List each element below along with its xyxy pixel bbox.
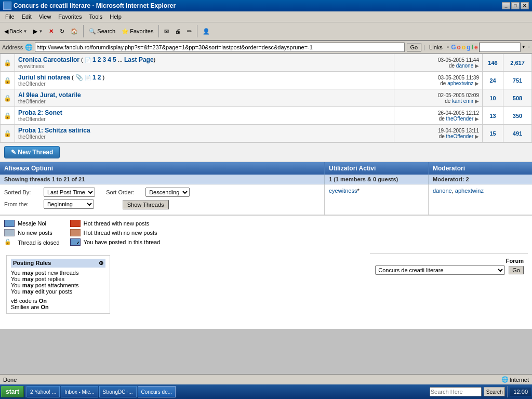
titlebar-buttons[interactable]: _ □ ✕	[502, 2, 529, 9]
legend-hot-no-new: Hot thread with no new posts	[70, 229, 161, 236]
thread-replies: 146	[483, 54, 503, 72]
moderator-aphextwinz-link[interactable]: aphextwinz	[455, 188, 484, 194]
mail-button[interactable]: ✉	[162, 27, 171, 36]
sep3	[197, 25, 197, 37]
thread-title-link[interactable]: Al 9lea Jurat, votarile	[18, 91, 81, 99]
stop-button[interactable]: ✕	[47, 27, 56, 36]
back-icon: ◀	[4, 28, 8, 35]
page-link[interactable]: 3	[102, 56, 106, 63]
bottom-left: Posting Rules ⊕ You may post new threads…	[0, 251, 366, 318]
page-link[interactable]: 4	[108, 56, 111, 63]
back-button[interactable]: ◀ Back ▼	[2, 27, 29, 36]
menu-view[interactable]: View	[36, 12, 55, 21]
favorites-button[interactable]: ⭐ Favorites	[119, 27, 155, 36]
legend-no-new: No new posts	[4, 229, 60, 236]
toolbar-resize: »	[528, 45, 530, 49]
thread-status-icon: 🔒	[1, 54, 15, 72]
hot-new-icon	[70, 220, 81, 227]
options-section: Afiseaza Optiuni Utilizatori Activi Mode…	[0, 162, 532, 215]
messenger-button[interactable]: 👤	[201, 27, 212, 36]
menu-help[interactable]: Help	[107, 12, 125, 21]
legend-closed: 🔒 Thread is closed	[4, 238, 60, 247]
thread-title-link[interactable]: Cronica Carcotasilor	[18, 56, 79, 63]
page-link[interactable]: 5	[113, 56, 116, 63]
active-users-link-wrap: eyewitness*	[329, 188, 360, 194]
forum-select[interactable]: Concurs de creatii literare	[375, 265, 505, 275]
options-subheader: Showing threads 1 to 21 of 21 1 (1 membe…	[0, 175, 532, 184]
table-row: 🔒Al 9lea Jurat, votariletheOffender02-05…	[1, 89, 532, 107]
page-link[interactable]: 2	[98, 56, 101, 63]
menu-tools[interactable]: Tools	[86, 12, 106, 21]
links-button[interactable]: Links	[427, 44, 445, 51]
thread-title-cell: Cronica Carcotasilor ( 📄 1 2 3 4 5 ... L…	[15, 54, 394, 72]
last-poster-link[interactable]: theOffender	[446, 134, 474, 139]
posted-icon: ✔	[70, 238, 81, 246]
address-icon: 🌐	[25, 44, 33, 51]
last-poster-link[interactable]: theOffender	[446, 116, 474, 122]
legend-posted-label: You have posted in this thread	[84, 239, 161, 245]
sorted-by-select[interactable]: Last Post TimeThread TitleThread Starter…	[44, 188, 95, 197]
forum-go-button[interactable]: Go	[509, 266, 524, 274]
sorted-by-row: Sorted By: Last Post TimeThread TitleThr…	[4, 188, 320, 197]
thread-status-icon: 🔒	[1, 89, 15, 107]
options-controls: Sorted By: Last Post TimeThread TitleThr…	[0, 184, 324, 215]
thread-views: 2,617	[503, 54, 532, 72]
legend-new-post-label: Mesaje Noi	[18, 220, 46, 227]
minimize-button[interactable]: _	[502, 2, 510, 9]
thread-title-link[interactable]: Proba 1: Schitza satirica	[18, 127, 90, 134]
page-link[interactable]: 2	[98, 74, 101, 81]
last-poster-link[interactable]: kant emir	[452, 98, 473, 104]
stats-title: Utilizatori Activi	[324, 162, 428, 175]
thread-views: 350	[503, 107, 532, 125]
legend-section: Mesaje Noi No new posts 🔒 Thread is clos…	[0, 215, 532, 251]
menu-favorites[interactable]: Favorites	[55, 12, 85, 21]
legend-no-new-label: No new posts	[18, 230, 52, 236]
legend-hot-no-new-label: Hot thread with no new posts	[84, 230, 157, 236]
legend-col2: Hot thread with new posts Hot thread wit…	[70, 220, 161, 247]
page-link[interactable]: 1	[92, 56, 96, 63]
last-page-link[interactable]: Last Page	[124, 56, 154, 63]
maximize-button[interactable]: □	[511, 2, 520, 9]
edit-button[interactable]: ✏	[185, 27, 194, 36]
last-poster-link[interactable]: aphextwinz	[447, 81, 473, 86]
menu-edit[interactable]: Edit	[19, 12, 35, 21]
search-button[interactable]: 🔍 Search	[87, 27, 117, 36]
go-button[interactable]: Go	[407, 43, 422, 51]
from-row: From the: BeginningLast DayLast 2 DaysLa…	[4, 199, 320, 209]
google-area: Google ▼	[451, 43, 525, 52]
no-new-icon	[4, 229, 15, 236]
thread-title-link[interactable]: Juriul shi notarea	[18, 74, 70, 81]
close-button[interactable]: ✕	[521, 2, 529, 9]
back-arrow[interactable]: ▼	[23, 29, 27, 34]
legend-new-post: Mesaje Noi	[4, 220, 60, 227]
from-select[interactable]: BeginningLast DayLast 2 DaysLast WeekLas…	[44, 200, 94, 209]
sort-order-select[interactable]: DescendingAscending	[145, 188, 190, 197]
main-content: 🔒Cronica Carcotasilor ( 📄 1 2 3 4 5 ... …	[0, 54, 532, 329]
ie-icon	[3, 2, 11, 10]
active-user-link[interactable]: eyewitness	[329, 188, 357, 194]
sep1	[83, 25, 84, 37]
print-button[interactable]: 🖨	[173, 27, 183, 35]
address-input[interactable]	[35, 43, 404, 52]
new-thread-button[interactable]: ✎ New Thread	[4, 146, 60, 158]
forward-button[interactable]: ▶ ▼	[31, 27, 45, 36]
thread-lastpost: 26-04-2005 12:12de theOffender ▶	[394, 107, 483, 125]
thread-title-link[interactable]: Proba 2: Sonet	[18, 109, 62, 116]
menu-file[interactable]: File	[2, 12, 18, 21]
refresh-button[interactable]: ↻	[58, 27, 66, 36]
home-icon: 🏠	[71, 28, 78, 35]
forward-arrow[interactable]: ▼	[38, 29, 43, 34]
page-link[interactable]: 1	[92, 74, 96, 81]
moderator-danone-link[interactable]: danone	[433, 188, 452, 194]
vbcode-status: vB code is On	[11, 298, 105, 304]
home-button[interactable]: 🏠	[69, 27, 80, 36]
posting-rules-icon: ⊕	[99, 260, 103, 267]
show-threads-button[interactable]: Show Threads	[123, 200, 169, 209]
titlebar: Concurs de creatii literare - Microsoft …	[0, 0, 532, 11]
google-arrow[interactable]: ▼	[522, 45, 526, 49]
table-row: 🔒Juriul shi notarea ( 📎 📄 1 2 )theOffend…	[1, 72, 532, 89]
google-search-input[interactable]	[479, 43, 521, 52]
bottom-area: Posting Rules ⊕ You may post new threads…	[0, 251, 532, 318]
last-poster-link[interactable]: danone	[456, 63, 473, 69]
thread-lastpost: 19-04-2005 13:11de theOffender ▶	[394, 125, 483, 142]
